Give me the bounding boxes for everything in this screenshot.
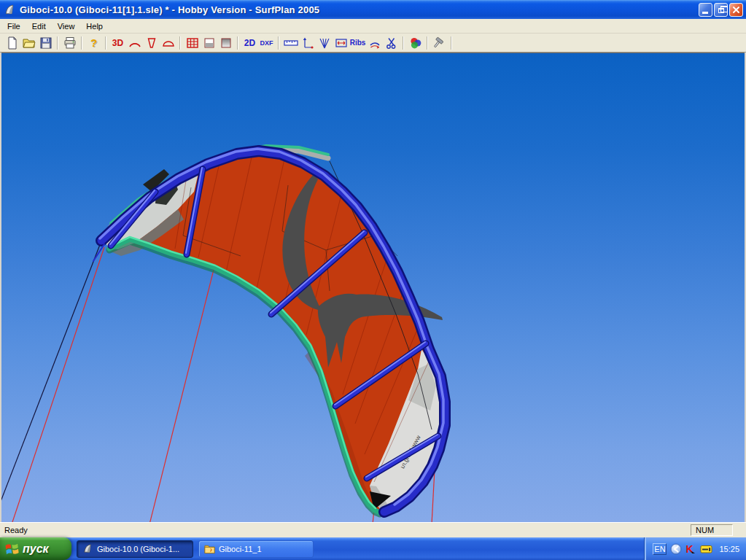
arc-measure-button[interactable] — [366, 35, 383, 51]
yellow-tray-icon[interactable] — [700, 544, 712, 554]
3d-viewport[interactable]: www.kiting.ru — [1, 52, 745, 522]
toolbar-separator — [451, 36, 452, 50]
task-label: Giboci-10.0 (Giboci-1... — [97, 545, 179, 553]
open-file-icon — [23, 36, 36, 50]
2d-view-button[interactable]: 2D — [241, 35, 258, 51]
num-lock-indicator: NUM — [691, 524, 733, 536]
dxf-export-button[interactable]: DXF — [258, 35, 275, 51]
rotation-axis-icon — [301, 36, 314, 50]
security-tray-icon[interactable] — [670, 543, 682, 555]
open-file-button[interactable] — [20, 35, 37, 51]
save-icon — [39, 36, 53, 50]
panel-fill-icon — [203, 36, 216, 50]
start-button[interactable]: пуск — [0, 537, 71, 560]
menubar: File Edit View Help — [0, 19, 746, 34]
menu-edit[interactable]: Edit — [26, 20, 52, 32]
toolbar-separator — [179, 36, 181, 50]
toolbar-separator — [237, 36, 238, 50]
dome-profile-icon — [162, 36, 175, 50]
ruler-icon — [284, 36, 298, 50]
close-icon — [730, 4, 742, 16]
titlebar: Giboci-10.0 (Giboci-11[1].1.sle) * - Hob… — [0, 0, 746, 19]
system-tray: EN K 15:25 — [644, 537, 746, 560]
dome-profile-button[interactable] — [160, 35, 176, 51]
dxf-export-label: DXF — [260, 39, 273, 47]
color-wheel-icon — [409, 36, 422, 50]
surfplan-window: Giboci-10.0 (Giboci-11[1].1.sle) * - Hob… — [0, 0, 746, 560]
new-document-icon — [6, 36, 19, 50]
start-label: пуск — [23, 542, 49, 556]
bridle-lines-button[interactable] — [316, 35, 333, 51]
panel-shade-button[interactable] — [217, 35, 234, 51]
menu-help[interactable]: Help — [80, 20, 109, 32]
gore-panel-button[interactable] — [143, 35, 160, 51]
save-button[interactable] — [37, 35, 54, 51]
panel-grid-button[interactable] — [184, 35, 201, 51]
panel-fill-button[interactable] — [201, 35, 217, 51]
new-document-button[interactable] — [4, 35, 20, 51]
menu-file[interactable]: File — [1, 20, 26, 32]
3d-view-button[interactable]: 3D — [109, 35, 126, 51]
folder-task-icon — [204, 543, 215, 554]
ruler-button[interactable] — [282, 35, 299, 51]
width-measure-icon — [335, 36, 348, 50]
window-title: Giboci-10.0 (Giboci-11[1].1.sle) * - Hob… — [20, 4, 697, 15]
toolbar-separator — [427, 36, 428, 50]
resize-grip[interactable] — [736, 524, 746, 536]
taskbar-task-surfplan[interactable]: Giboci-10.0 (Giboci-1... — [77, 540, 193, 558]
statusbar: Ready NUM — [0, 522, 746, 537]
menu-view[interactable]: View — [52, 20, 81, 32]
toolbar-separator — [81, 36, 82, 50]
width-measure-button[interactable] — [333, 35, 349, 51]
surfplan-app-icon — [4, 4, 16, 16]
toolbar-separator — [278, 36, 279, 50]
toolbar-separator — [105, 36, 106, 50]
panel-shade-icon — [219, 36, 233, 50]
kaspersky-tray-icon[interactable]: K — [685, 543, 696, 555]
restore-button[interactable] — [714, 3, 728, 17]
windows-flag-icon — [4, 541, 20, 556]
close-button[interactable] — [729, 3, 743, 17]
ribs-button[interactable]: Ribs — [349, 35, 366, 51]
arc-measure-icon — [368, 36, 381, 50]
tools-hammer-button[interactable] — [431, 35, 448, 51]
ribs-label: Ribs — [350, 39, 366, 47]
arc-profile-button[interactable] — [126, 35, 143, 51]
panel-grid-icon — [186, 36, 199, 50]
arc-profile-icon — [128, 36, 141, 50]
minimize-button[interactable] — [699, 3, 712, 17]
help-icon: ? — [90, 36, 97, 49]
color-wheel-button[interactable] — [407, 35, 424, 51]
surfplan-task-icon — [82, 543, 93, 554]
language-indicator[interactable]: EN — [653, 543, 667, 555]
toolbar: ? 3D — [0, 34, 746, 52]
rotation-axis-button[interactable] — [299, 35, 316, 51]
task-label: Giboci-11_1 — [219, 545, 262, 553]
hammer-icon — [433, 36, 446, 50]
scissors-cut-button[interactable] — [383, 35, 400, 51]
minimize-icon — [702, 12, 708, 14]
print-icon — [63, 36, 77, 50]
help-button[interactable]: ? — [85, 35, 102, 51]
3d-view-label: 3D — [112, 38, 123, 48]
restore-icon — [718, 8, 724, 13]
toolbar-separator — [57, 36, 58, 50]
toolbar-separator — [403, 36, 404, 50]
scissors-icon — [385, 36, 398, 50]
kite-render: www.kiting.ru — [1, 53, 745, 523]
status-message: Ready — [0, 526, 691, 534]
taskbar-task-folder[interactable]: Giboci-11_1 — [198, 540, 314, 558]
taskbar: пуск Giboci-10.0 (Giboci-1... Giboci-11_… — [0, 537, 746, 560]
taskbar-clock[interactable]: 15:25 — [719, 545, 739, 553]
2d-view-label: 2D — [244, 38, 255, 48]
window-frame-left — [0, 52, 1, 537]
bridle-lines-icon — [318, 36, 331, 50]
print-button[interactable] — [61, 35, 78, 51]
gore-panel-icon — [145, 36, 158, 50]
